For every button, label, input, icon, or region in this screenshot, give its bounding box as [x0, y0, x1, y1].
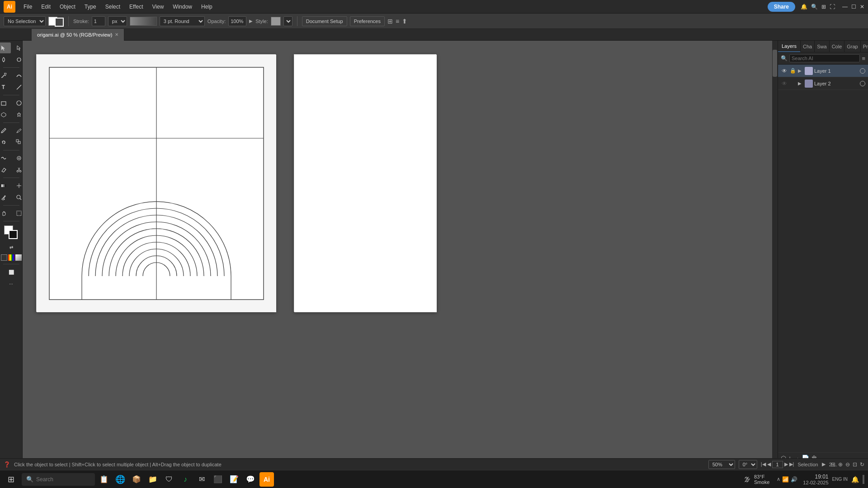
- quick-actions-icon[interactable]: ≡: [396, 18, 399, 25]
- gradient-tool[interactable]: [0, 180, 11, 191]
- zoom-select[interactable]: 50%100%200%: [708, 460, 735, 469]
- artboard-tool[interactable]: [12, 208, 23, 219]
- more-tools-icon[interactable]: ···: [4, 278, 19, 289]
- menu-help[interactable]: Help: [198, 3, 216, 11]
- ellipse-tool[interactable]: [12, 98, 23, 108]
- notifications-taskbar-icon[interactable]: 🔔: [851, 476, 859, 483]
- cmd-icon[interactable]: ⬛: [211, 472, 225, 487]
- paintbrush-tool[interactable]: [0, 125, 11, 136]
- style-select[interactable]: [283, 16, 292, 26]
- edge-icon[interactable]: 🌐: [113, 472, 127, 487]
- color-icon[interactable]: [8, 254, 14, 261]
- grid-view-icon[interactable]: ⊞: [821, 4, 826, 10]
- pen-tool[interactable]: [0, 70, 11, 81]
- mail-icon[interactable]: ✉: [194, 472, 209, 487]
- close-icon[interactable]: ✕: [860, 4, 864, 10]
- tab-color[interactable]: Cole: [830, 41, 845, 52]
- datetime-display[interactable]: 19:01 12-02-2025: [803, 474, 828, 485]
- shapebuilder-tool[interactable]: [12, 137, 23, 148]
- network-icon[interactable]: 📶: [782, 476, 789, 483]
- zoom-tool[interactable]: [12, 192, 23, 203]
- direct-selection-tool[interactable]: [12, 42, 23, 53]
- menu-file[interactable]: File: [20, 3, 36, 11]
- tab-swatch[interactable]: Swa: [815, 41, 829, 52]
- anchor-tool[interactable]: [0, 54, 11, 65]
- mesh-tool[interactable]: [12, 180, 23, 191]
- nav-arrow-right[interactable]: ▶: [822, 461, 826, 467]
- menu-view[interactable]: View: [149, 3, 168, 11]
- vscode-icon[interactable]: 📝: [227, 472, 241, 487]
- scissors-tool[interactable]: [12, 164, 23, 175]
- stroke-color-box[interactable]: [9, 230, 18, 239]
- rotate-tool[interactable]: [0, 137, 11, 148]
- tab-layers[interactable]: Layers: [778, 41, 801, 52]
- notifications-icon[interactable]: 🔔: [801, 4, 807, 10]
- search-icon[interactable]: 🔍: [811, 4, 818, 10]
- menu-window[interactable]: Window: [169, 3, 196, 11]
- layer-1-row[interactable]: 👁 🔒 ▶ Layer 1: [778, 65, 868, 77]
- tab-close-icon[interactable]: ✕: [115, 32, 118, 37]
- weather-icon[interactable]: 🌫: [744, 476, 750, 483]
- file-tab[interactable]: origami.ai @ 50 % (RGB/Preview) ✕: [32, 29, 124, 41]
- minimize-icon[interactable]: —: [842, 4, 848, 10]
- type-tool[interactable]: T: [0, 82, 11, 93]
- selection-dropdown[interactable]: No Selection: [4, 16, 46, 26]
- layer-1-lock-icon[interactable]: 🔒: [789, 67, 797, 75]
- eyedropper-tool[interactable]: [0, 192, 11, 203]
- share-button[interactable]: Share: [768, 2, 795, 12]
- spotify-icon[interactable]: ♪: [178, 472, 193, 487]
- line-tool[interactable]: [12, 82, 23, 93]
- stroke-width-input[interactable]: [92, 16, 105, 26]
- tab-graph[interactable]: Grap: [844, 41, 860, 52]
- hand-tool[interactable]: [0, 208, 11, 219]
- gradient-color-icon[interactable]: [15, 254, 22, 261]
- menu-edit[interactable]: Edit: [38, 3, 54, 11]
- show-desktop-icon[interactable]: [863, 475, 864, 484]
- share-canvas-icon[interactable]: ⬆: [402, 18, 407, 25]
- rotate-view-icon[interactable]: ↻: [860, 461, 864, 468]
- sound-icon[interactable]: 🔊: [791, 476, 797, 483]
- preferences-button[interactable]: Preferences: [350, 16, 385, 26]
- show-hidden-icons[interactable]: ∧: [777, 476, 780, 482]
- fit-icon[interactable]: ⊡: [853, 461, 857, 468]
- layer-2-row[interactable]: 👁 ▶ Layer 2: [778, 77, 868, 90]
- layers-search-input[interactable]: [789, 54, 860, 62]
- canvas-vscroll[interactable]: [772, 41, 778, 464]
- pencil-tool[interactable]: [12, 125, 23, 136]
- page-input[interactable]: [772, 461, 783, 468]
- explorer-icon[interactable]: 📁: [146, 472, 160, 487]
- puppet-warp-tool[interactable]: [12, 153, 23, 164]
- swap-colors-icon[interactable]: ⇄: [4, 242, 19, 253]
- taskbar-search[interactable]: 🔍: [22, 473, 95, 486]
- nav-next-icon[interactable]: ▶: [784, 461, 788, 467]
- apps-icon[interactable]: 📦: [129, 472, 144, 487]
- artboard-icon[interactable]: ⊞: [831, 461, 835, 468]
- canvas-vscroll-thumb[interactable]: [773, 50, 777, 77]
- document-setup-button[interactable]: Document Setup: [302, 16, 347, 26]
- maximize-icon[interactable]: ☐: [851, 4, 856, 10]
- warp-tool[interactable]: [0, 153, 11, 164]
- weight-select[interactable]: 3 pt. Round: [160, 16, 205, 26]
- curvature-tool[interactable]: [12, 70, 23, 81]
- menu-type[interactable]: Type: [81, 3, 100, 11]
- menu-effect[interactable]: Effect: [126, 3, 146, 11]
- menu-object[interactable]: Object: [56, 3, 79, 11]
- layer-2-visibility-icon[interactable]: 👁: [781, 80, 788, 87]
- star-tool[interactable]: [12, 109, 23, 120]
- stroke-unit-select[interactable]: px: [108, 16, 127, 26]
- shaper-tool[interactable]: [0, 109, 11, 120]
- opacity-input[interactable]: [228, 16, 246, 26]
- layer-1-visibility-icon[interactable]: 👁: [781, 67, 788, 75]
- layer-2-lock-icon[interactable]: [789, 80, 797, 87]
- layers-filter-icon[interactable]: ≡: [862, 55, 865, 62]
- layer-1-expand-icon[interactable]: ▶: [798, 68, 803, 73]
- layer-2-target-dot[interactable]: [860, 81, 865, 86]
- fullscreen-icon[interactable]: ⛶: [830, 4, 835, 10]
- nav-last-icon[interactable]: ▶|: [789, 461, 794, 467]
- taskbar-search-input[interactable]: [36, 476, 90, 483]
- keyboard-layout[interactable]: ENG IN: [832, 477, 848, 482]
- style-swatch[interactable]: [271, 17, 281, 26]
- tab-char[interactable]: Cha: [801, 41, 815, 52]
- nav-prev-icon[interactable]: ◀: [767, 461, 771, 467]
- lasso-tool[interactable]: [12, 54, 23, 65]
